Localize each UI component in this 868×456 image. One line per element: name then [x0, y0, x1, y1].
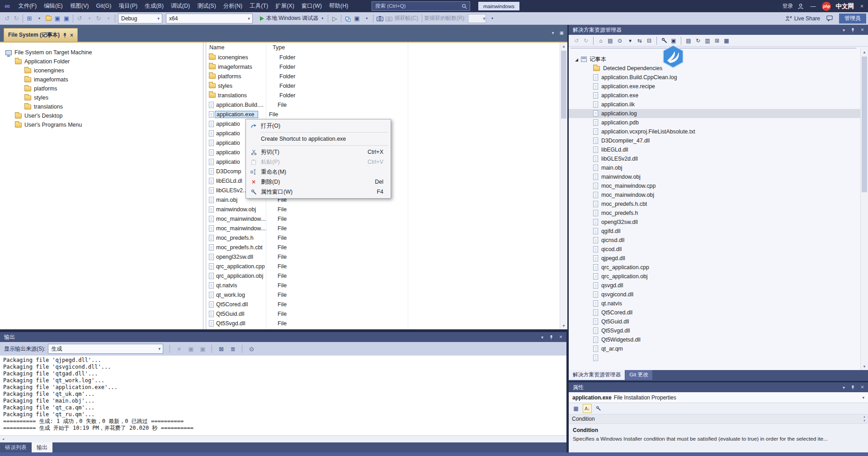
window-layout-icon[interactable]: ▣ [352, 14, 361, 24]
menu-item-cut[interactable]: 剪切(T) Ctrl+X [246, 147, 390, 157]
solution-tree-item[interactable]: application.vcxproj.FileListAbsolute.txt [569, 127, 860, 136]
pin-icon[interactable] [549, 335, 553, 340]
solution-tree-item[interactable]: main.obj [569, 163, 860, 172]
solution-tree-item[interactable]: moc_predefs.h.cbt [569, 200, 860, 209]
home-icon[interactable]: ⌂ [597, 36, 605, 46]
fs-tree-item[interactable]: File System on Target Machine [0, 48, 203, 57]
file-list-row[interactable]: qt_work.log File [206, 290, 560, 299]
redo-dropdown-icon[interactable]: ▾ [104, 14, 113, 24]
file-list-row[interactable]: qrc_application.cpp File [206, 261, 560, 271]
solution-tree-item[interactable]: opengl32sw.dll [569, 218, 860, 227]
solution-tree-item[interactable]: qsvgd.dll [569, 281, 860, 290]
file-list-row[interactable]: opengl32sw.dll File [206, 252, 560, 261]
search-result-badge[interactable]: mainwindows [478, 2, 519, 10]
output-source-select[interactable]: 生成 ▾ [48, 344, 163, 354]
alphabetical-sort-icon[interactable]: A↓ [583, 404, 592, 413]
expander-icon[interactable] [575, 58, 578, 62]
solution-tree-item[interactable]: qrc_application.cpp [569, 263, 860, 272]
solution-tree-item[interactable] [569, 353, 860, 362]
file-list-row[interactable]: moc_predefs.h.cbt File [206, 242, 560, 252]
file-list-row[interactable]: moc_predefs.h File [206, 233, 560, 242]
solution-tree-item[interactable]: qgifd.dll [569, 227, 860, 236]
window-layout-dropdown-icon[interactable]: ▾ [362, 14, 371, 24]
window-position-dropdown-icon[interactable]: ▾ [541, 335, 543, 340]
user-account-icon[interactable] [797, 3, 804, 10]
close-icon[interactable]: × [861, 384, 864, 390]
menu-bar-item[interactable]: 编辑(E) [40, 0, 66, 12]
menu-item-paste[interactable]: 粘贴(P) Ctrl+V [246, 157, 390, 167]
menu-bar-item[interactable]: 文件(F) [14, 0, 40, 12]
solution-tree-item[interactable]: mainwindow.obj [569, 172, 860, 181]
back-icon[interactable]: ↺ [572, 36, 580, 46]
solution-tree-item[interactable]: qicnsd.dll [569, 236, 860, 245]
start-without-debugging-icon[interactable]: ▷ [330, 14, 339, 24]
admin-button[interactable]: 管理员 [839, 14, 866, 24]
solution-root-node[interactable]: 记事本 [569, 55, 860, 64]
menu-item-delete[interactable]: × 删除(D) Del [246, 177, 390, 187]
menu-bar-item[interactable]: 分析(N) [220, 0, 246, 12]
solution-tree-item[interactable]: moc_mainwindow.cpp [569, 181, 860, 190]
window-position-dropdown-icon[interactable]: ▾ [843, 385, 845, 390]
redo-icon[interactable]: ↻ [94, 14, 103, 24]
solution-tree-item[interactable]: application.log [569, 109, 860, 118]
solution-tree-item[interactable]: application.Build.CppClean.log [569, 73, 860, 82]
tab-output[interactable]: 输出 [32, 442, 52, 452]
solution-tree-item[interactable]: qrc_application.obj [569, 272, 860, 281]
menu-bar-item[interactable]: Git(G) [92, 0, 115, 12]
solution-scrollbar[interactable]: ▲ ▼ [860, 48, 868, 370]
clear-all-icon[interactable]: ⊠ [217, 344, 226, 354]
close-tab-icon[interactable]: × [70, 32, 73, 38]
menu-bar-item[interactable]: 生成(B) [141, 0, 167, 12]
solution-tree-item[interactable]: libEGLd.dll [569, 145, 860, 154]
toolbar-overflow-icon[interactable]: ▾ [488, 14, 497, 24]
solution-tree-item[interactable]: Qt5Widgetsd.dll [569, 335, 860, 344]
tab-list-dropdown-icon[interactable]: ▾ [552, 30, 554, 35]
column-header-name[interactable]: Name [206, 44, 266, 51]
add-item-icon[interactable]: ▦ [722, 36, 731, 46]
fs-tree-item[interactable]: platforms [0, 84, 203, 93]
solution-tree-item[interactable]: qjpegd.dll [569, 254, 860, 263]
toggle-word-wrap-icon[interactable]: ≣ [228, 344, 237, 354]
properties-object-select[interactable]: application.exe File Installation Proper… [569, 392, 868, 403]
solution-tree-item[interactable]: Qt5Svgd.dll [569, 326, 860, 335]
undo-dropdown-icon[interactable]: ▾ [85, 14, 94, 24]
solution-platform-select[interactable]: x64 ▾ [166, 14, 253, 24]
menu-bar-item[interactable]: 帮助(H) [326, 0, 352, 12]
fs-tree-item[interactable]: User's Programs Menu [0, 120, 203, 129]
save-icon[interactable]: ▣ [53, 14, 62, 24]
navigate-back-icon[interactable]: ↺ [3, 14, 12, 24]
scroll-down-icon[interactable]: ▼ [560, 322, 567, 329]
menu-item-open[interactable]: 打开(O) [246, 121, 390, 131]
collapse-all-icon[interactable]: ⊟ [645, 36, 653, 46]
switch-views-icon[interactable]: ▤ [606, 36, 614, 46]
menu-bar-item[interactable]: 测试(S) [193, 0, 220, 12]
solution-tree-item[interactable]: moc_predefs.h [569, 209, 860, 218]
solution-explorer-shortcut-icon[interactable] [343, 14, 352, 24]
frames-count-select[interactable]: ▾ [468, 14, 486, 23]
file-list-row[interactable]: imageformats Folder [206, 62, 560, 71]
new-project-dropdown-icon[interactable]: ▾ [35, 14, 44, 24]
menu-item-create-shortcut[interactable]: Create Shortcut to application.exe [246, 134, 390, 144]
tab-options-icon[interactable]: ▣ [560, 30, 564, 35]
fs-tree-item[interactable]: translations [0, 102, 203, 111]
scroll-up-icon[interactable]: ▲ [861, 48, 868, 56]
file-list-row[interactable]: platforms Folder [206, 71, 560, 81]
go-to-next-message-icon[interactable]: ▣ [198, 344, 207, 354]
solution-tree-item[interactable]: application.ilk [569, 100, 860, 109]
tab-git-changes[interactable]: Git 更改 [625, 370, 652, 380]
property-pages-wrench-icon[interactable] [594, 404, 603, 413]
find-message-icon[interactable]: ≡ [175, 344, 184, 354]
solution-configuration-select[interactable]: Debug ▾ [118, 14, 162, 24]
feedback-icon[interactable] [826, 15, 833, 21]
solution-tree-item[interactable]: application.exe.recipe [569, 82, 860, 91]
file-list-row[interactable]: Qt5Guid.dll File [206, 309, 560, 318]
close-icon[interactable]: × [861, 27, 864, 33]
close-icon[interactable]: × [859, 3, 865, 10]
file-list-row[interactable]: mainwindow.obj File [206, 204, 560, 214]
pin-icon[interactable] [851, 28, 855, 33]
tab-file-system[interactable]: File System (记事本) × [4, 28, 78, 42]
spin-up-icon[interactable]: ▲ [863, 415, 866, 419]
menu-bar-item[interactable]: 视图(V) [66, 0, 93, 12]
sync-with-active-document-icon[interactable]: ⇆ [636, 36, 644, 46]
pin-icon[interactable] [63, 33, 67, 38]
